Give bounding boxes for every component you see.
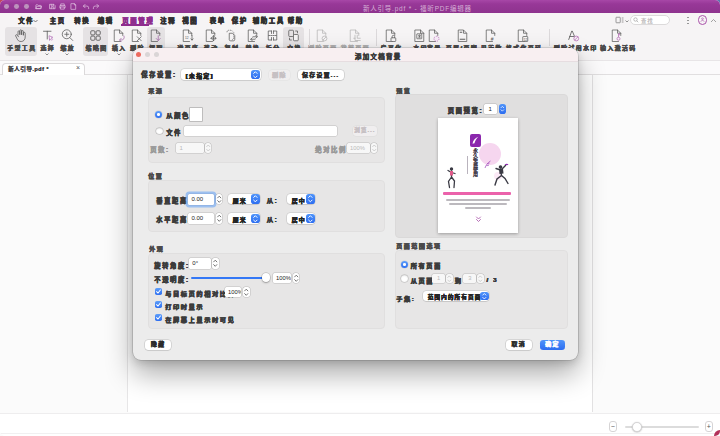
svg-text:12: 12 bbox=[524, 38, 528, 42]
svg-text:12: 12 bbox=[185, 36, 189, 40]
